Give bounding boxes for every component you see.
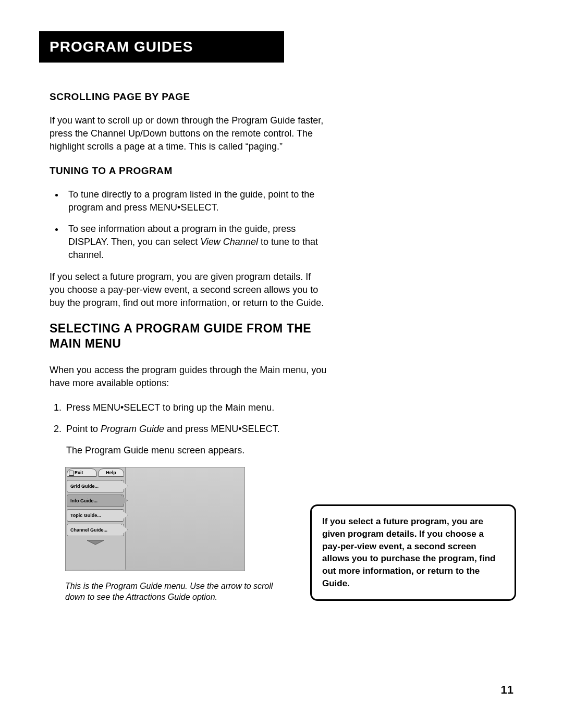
chapter-title: Program Guides xyxy=(50,39,193,55)
heading-scrolling: Scrolling Page by Page xyxy=(50,91,328,103)
main-content: Scrolling Page by Page If you want to sc… xyxy=(50,91,328,603)
step-1: Press MENU•SELECT to bring up the Main m… xyxy=(64,401,328,414)
step-text: and press MENU•SELECT. xyxy=(164,424,279,434)
tuning-bullets: To tune directly to a program listed in … xyxy=(50,188,328,262)
sidebar-note: If you select a future program, you are … xyxy=(310,504,516,601)
bullet-italic: View Channel xyxy=(200,237,258,247)
para-scrolling: If you want to scroll up or down through… xyxy=(50,114,328,154)
scroll-down-arrow[interactable] xyxy=(67,538,124,548)
step-italic: Program Guide xyxy=(101,424,164,434)
help-tab[interactable]: Help xyxy=(98,468,124,477)
menu-item-info-guide[interactable]: Info Guide... xyxy=(67,495,124,507)
para-selecting-intro: When you access the program guides throu… xyxy=(50,364,328,390)
menu-item-channel-guide[interactable]: Channel Guide... xyxy=(67,524,124,536)
chapter-header: Program Guides xyxy=(39,31,284,63)
bullet-tune-info: To see information about a program in th… xyxy=(64,223,328,262)
exit-tab[interactable]: Exit xyxy=(67,468,97,477)
step-2: Point to Program Guide and press MENU•SE… xyxy=(64,423,328,436)
bullet-tune-direct: To tune directly to a program listed in … xyxy=(64,188,328,214)
program-guide-menu-screenshot: Exit Help Grid Guide... Info Guide... To… xyxy=(65,467,245,571)
heading-tuning: Tuning to a Program xyxy=(50,165,328,177)
step-text: Point to xyxy=(66,424,101,434)
heading-selecting: Selecting a Program Guide from the Main … xyxy=(50,321,328,351)
svg-marker-0 xyxy=(87,540,104,545)
chevron-down-icon xyxy=(85,539,106,546)
step-2-sub: The Program Guide menu screen appears. xyxy=(66,444,328,457)
selecting-steps: Press MENU•SELECT to bring up the Main m… xyxy=(50,401,328,436)
menu-item-topic-guide[interactable]: Topic Guide... xyxy=(67,509,124,522)
menu-item-grid-guide[interactable]: Grid Guide... xyxy=(67,480,124,492)
menu-panel: Exit Help Grid Guide... Info Guide... To… xyxy=(66,467,126,570)
screenshot-caption: This is the Program Guide menu. Use the … xyxy=(65,581,274,603)
page-number: 11 xyxy=(501,683,513,697)
menu-top-tabs: Exit Help xyxy=(67,468,124,477)
para-tuning-after: If you select a future program, you are … xyxy=(50,270,328,310)
